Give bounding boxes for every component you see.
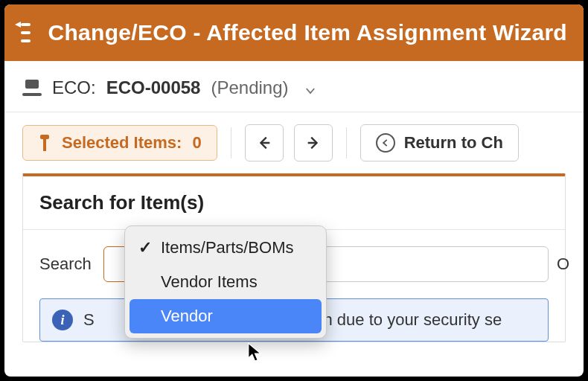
header-bar: Change/ECO - Affected Item Assignment Wi… bbox=[4, 4, 584, 61]
pin-icon bbox=[38, 135, 51, 151]
toolbar: Selected Items: 0 Return to Ch bbox=[4, 112, 584, 173]
return-button[interactable]: Return to Ch bbox=[360, 124, 519, 161]
eco-status: (Pending) bbox=[211, 77, 288, 98]
search-panel: Search for Item(s) Search O ✓ Items/Part… bbox=[22, 173, 566, 342]
selected-items-pill[interactable]: Selected Items: 0 bbox=[22, 125, 217, 161]
toolbar-divider bbox=[231, 127, 231, 159]
eco-label: ECO: bbox=[52, 77, 96, 98]
next-button[interactable] bbox=[294, 124, 333, 161]
app-frame: Change/ECO - Affected Item Assignment Wi… bbox=[4, 4, 584, 377]
eco-icon bbox=[22, 80, 42, 96]
search-row: Search O ✓ Items/Parts/BOMs bbox=[23, 230, 565, 292]
toolbar-divider-2 bbox=[346, 127, 347, 159]
panel-title: Search for Item(s) bbox=[23, 176, 565, 230]
search-type-dropdown: ✓ Items/Parts/BOMs Vendor Items Vendor bbox=[124, 225, 327, 339]
dropdown-option-label: Items/Parts/BOMs bbox=[161, 238, 293, 257]
dropdown-option-label: Vendor bbox=[161, 307, 213, 326]
eco-subheader: ECO: ECO-00058 (Pending) bbox=[4, 61, 584, 112]
prev-button[interactable] bbox=[245, 124, 284, 161]
dropdown-option-label: Vendor Items bbox=[161, 272, 258, 292]
truncated-right: O bbox=[557, 254, 569, 274]
dropdown-option-vendor-items[interactable]: Vendor Items bbox=[130, 265, 322, 299]
dropdown-option-vendor[interactable]: Vendor bbox=[130, 299, 322, 333]
eco-id: ECO-00058 bbox=[106, 77, 201, 98]
dropdown-option-items[interactable]: ✓ Items/Parts/BOMs bbox=[130, 231, 322, 265]
return-icon bbox=[376, 133, 395, 153]
menu-icon[interactable] bbox=[21, 23, 31, 42]
mouse-cursor bbox=[247, 342, 266, 368]
info-text-prefix: S bbox=[83, 310, 95, 330]
return-label: Return to Ch bbox=[404, 133, 503, 153]
check-icon: ✓ bbox=[137, 238, 153, 257]
search-input[interactable] bbox=[294, 246, 549, 282]
chevron-down-icon[interactable] bbox=[304, 81, 317, 95]
search-label: Search bbox=[39, 254, 92, 274]
page-title: Change/ECO - Affected Item Assignment Wi… bbox=[48, 20, 567, 45]
info-icon: i bbox=[52, 310, 73, 330]
panel-container: Search for Item(s) Search O ✓ Items/Part… bbox=[4, 173, 584, 342]
selected-items-label: Selected Items: bbox=[62, 133, 182, 153]
selected-items-count: 0 bbox=[192, 133, 201, 153]
